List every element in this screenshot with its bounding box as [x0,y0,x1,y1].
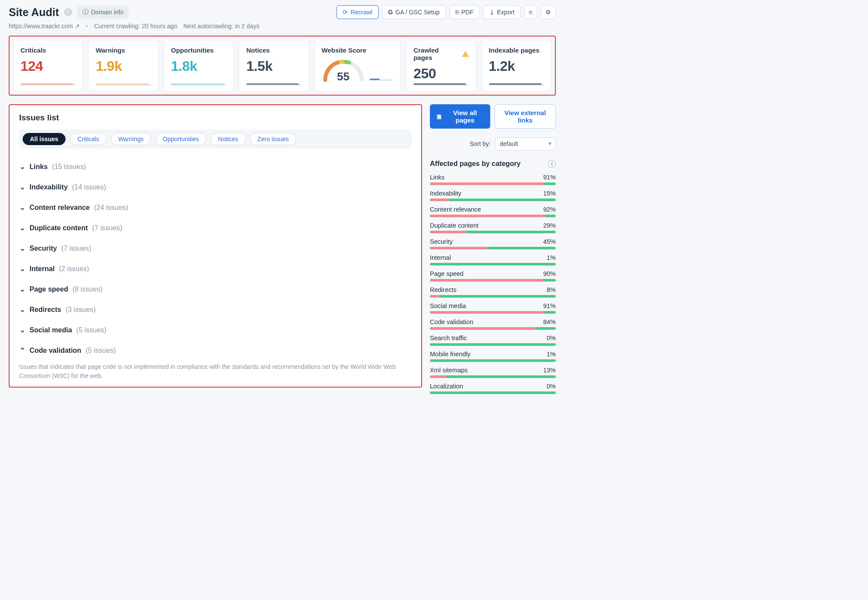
category-name: Redirects [430,286,456,293]
view-all-pages-label: View all pages [446,109,484,124]
category-name: Duplicate content [430,222,479,229]
category-name: Page speed [430,270,463,277]
issue-row[interactable]: ⌄Duplicate content(7 issues) [19,218,412,238]
category-bar [430,231,556,233]
category-row[interactable]: Search traffic0% [430,335,556,346]
view-all-pages-button[interactable]: 🗎 View all pages [430,104,490,129]
issue-row[interactable]: ⌄Indexability(14 issues) [19,177,412,197]
stat-value: 250 [413,66,469,82]
stat-card-opportunities[interactable]: Opportunities 1.8k [164,40,234,91]
category-row[interactable]: Redirects8% [430,286,556,298]
chevron-down-icon: ⌄ [19,244,25,252]
category-row[interactable]: Code validation84% [430,318,556,330]
issue-row[interactable]: ⌄Links(15 issues) [19,156,412,177]
issue-row[interactable]: ⌄Security(7 issues) [19,238,412,259]
stat-bar [370,79,394,81]
issue-name: Content relevance [30,204,90,212]
domain-url-link[interactable]: https://www.traackr.com ↗ [9,23,80,30]
issue-row[interactable]: ⌄Redirects(3 issues) [19,299,412,320]
ga-gsc-setup-button[interactable]: G GA / GSC Setup [382,5,446,19]
category-row[interactable]: Localization0% [430,383,556,394]
issue-row[interactable]: ⌄Page speed(8 issues) [19,279,412,299]
category-percent: 91% [543,302,556,309]
category-name: Content relevance [430,206,481,213]
filter-warnings[interactable]: Warnings [111,133,151,145]
category-percent: 45% [543,238,556,245]
chevron-down-icon: ⌄ [19,224,25,232]
affected-title: Affected pages by category [430,160,521,168]
domain-info-button[interactable]: ⓘ Domain info [77,6,129,19]
recrawl-button[interactable]: ⟳ Recrawl [337,5,379,19]
issue-count: (5 issues) [76,326,106,334]
stat-label: Criticals [20,46,76,54]
stat-bar [171,83,226,86]
sort-by-label: Sort by: [470,140,491,147]
stat-card-crawled-pages[interactable]: Crawled pages 250 [406,40,476,91]
category-row[interactable]: Xml sitemaps13% [430,367,556,378]
issue-name: Security [30,245,57,252]
filter-criticals[interactable]: Criticals [70,133,106,145]
stat-card-website-score[interactable]: Website Score 55 [314,40,401,91]
settings-button[interactable]: ⚙ [541,5,556,19]
issue-row[interactable]: ⌄Internal(2 issues) [19,259,412,279]
issue-count: (5 issues) [86,347,116,355]
issue-name: Indexability [30,183,68,191]
pdf-button[interactable]: ⎘ PDF [449,5,480,19]
category-percent: 0% [547,383,556,390]
share-button[interactable]: ⎋ [524,5,537,19]
stat-value: 1.8k [171,58,226,74]
category-row[interactable]: Indexability15% [430,190,556,201]
share-icon: ⎋ [529,9,532,16]
category-bar [430,263,556,265]
category-row[interactable]: Content relevance92% [430,206,556,217]
refresh-icon: ⟳ [343,9,348,16]
category-row[interactable]: Mobile friendly1% [430,351,556,362]
filter-zero-issues[interactable]: Zero issues [250,133,296,145]
issue-row[interactable]: ⌃Code validation(5 issues) [19,340,412,361]
issues-list: ⌄Links(15 issues)⌄Indexability(14 issues… [19,156,412,361]
issue-count: (7 issues) [92,224,122,232]
category-name: Mobile friendly [430,351,471,358]
view-external-links-button[interactable]: View external links [495,104,556,129]
stat-card-criticals[interactable]: Criticals 124 [13,40,83,91]
stat-label: Indexable pages [489,46,544,54]
chevron-down-icon: ⌄ [19,162,25,171]
stat-card-warnings[interactable]: Warnings 1.9k [88,40,158,91]
next-crawling-status: Next autocrawling: in 2 days [183,23,259,30]
sort-by-select[interactable]: default [495,137,556,150]
category-row[interactable]: Security45% [430,238,556,249]
categories-list: Links91%Indexability15%Content relevance… [430,174,556,394]
category-row[interactable]: Duplicate content29% [430,222,556,233]
google-icon: G [388,9,393,16]
document-icon: 🗎 [436,113,442,120]
issue-row[interactable]: ⌄Content relevance(24 issues) [19,197,412,218]
stat-card-indexable-pages[interactable]: Indexable pages 1.2k [482,40,551,91]
download-icon: ⤓ [489,9,495,16]
category-row[interactable]: Internal1% [430,254,556,265]
score-gauge: 55 [322,58,365,82]
category-percent: 92% [543,206,556,213]
help-icon[interactable]: ? [64,8,72,16]
info-icon[interactable]: i [548,160,556,168]
category-name: Xml sitemaps [430,367,468,374]
issue-row[interactable]: ⌄Social media(5 issues) [19,320,412,340]
stat-card-notices[interactable]: Notices 1.5k [239,40,309,91]
category-row[interactable]: Social media91% [430,302,556,314]
category-bar [430,327,556,330]
chevron-down-icon: ⌄ [19,326,25,334]
filter-all-issues[interactable]: All issues [23,133,66,145]
category-row[interactable]: Page speed90% [430,270,556,282]
filter-notices[interactable]: Notices [211,133,246,145]
sidebar: 🗎 View all pages View external links Sor… [430,104,556,399]
stat-value: 1.5k [246,58,301,74]
category-percent: 0% [547,335,556,341]
filter-opportunities[interactable]: Opportunities [155,133,206,145]
category-name: Links [430,174,445,181]
category-bar [430,199,556,201]
export-button[interactable]: ⤓ Export [483,5,521,19]
stat-label: Website Score [322,46,394,54]
category-bar [430,375,556,378]
stat-label: Crawled pages [413,46,469,61]
category-row[interactable]: Links91% [430,174,556,185]
chevron-down-icon: ⌄ [19,305,25,314]
